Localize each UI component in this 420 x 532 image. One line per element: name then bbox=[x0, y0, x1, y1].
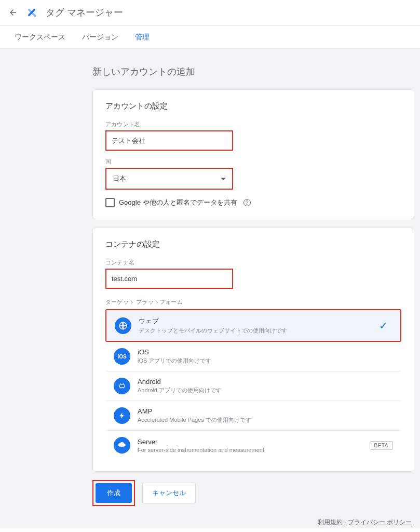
platform-name: Server bbox=[138, 438, 362, 446]
platform-amp[interactable]: AMP Accelerated Mobile Pages での使用向けです bbox=[105, 401, 401, 431]
terms-link[interactable]: 利用規約 bbox=[318, 518, 343, 526]
footer: 利用規約 · プライバシー ポリシー bbox=[318, 518, 412, 527]
app-title: タグ マネージャー bbox=[46, 6, 123, 19]
tab-version[interactable]: バージョン bbox=[82, 33, 118, 42]
svg-point-5 bbox=[123, 383, 123, 384]
tab-workspace[interactable]: ワークスペース bbox=[15, 33, 65, 42]
beta-badge: BETA bbox=[370, 441, 393, 450]
platform-ios[interactable]: iOS iOS iOS アプリでの使用向けです bbox=[105, 342, 401, 371]
page-title: 新しいアカウントの追加 bbox=[0, 63, 420, 89]
platform-name: ウェブ bbox=[139, 316, 372, 326]
create-button[interactable]: 作成 bbox=[96, 483, 132, 503]
platform-desc: iOS アプリでの使用向けです bbox=[138, 357, 393, 365]
help-icon[interactable]: ? bbox=[243, 199, 251, 206]
platform-android[interactable]: Android Android アプリでの使用向けです bbox=[105, 371, 401, 401]
platform-name: iOS bbox=[138, 348, 393, 356]
caret-down-icon bbox=[221, 178, 226, 180]
back-icon[interactable] bbox=[8, 8, 18, 17]
bolt-icon bbox=[114, 407, 130, 424]
nav-tabs: ワークスペース バージョン 管理 bbox=[0, 25, 420, 49]
platform-label: ターゲット プラットフォーム bbox=[105, 298, 401, 306]
country-value: 日本 bbox=[113, 174, 126, 183]
svg-point-2 bbox=[34, 15, 36, 17]
container-name-label: コンテナ名 bbox=[105, 259, 401, 267]
platform-name: AMP bbox=[138, 407, 393, 415]
account-name-label: アカウント名 bbox=[105, 121, 401, 128]
ios-icon: iOS bbox=[114, 348, 130, 365]
cloud-icon bbox=[114, 437, 130, 454]
cancel-button[interactable]: キャンセル bbox=[142, 483, 196, 503]
check-icon: ✓ bbox=[379, 320, 388, 332]
platform-desc: Android アプリでの使用向けです bbox=[138, 387, 393, 394]
country-select[interactable]: 日本 bbox=[106, 169, 232, 189]
platform-desc: デスクトップとモバイルのウェブサイトでの使用向けです bbox=[139, 327, 372, 335]
account-name-input[interactable] bbox=[106, 131, 232, 150]
container-settings-card: コンテナの設定 コンテナ名 ターゲット プラットフォーム ウェブ デスクトップと… bbox=[92, 228, 414, 472]
account-settings-card: アカウントの設定 アカウント名 国 日本 Google や他の人と匿名でデータを… bbox=[92, 89, 414, 219]
tab-admin[interactable]: 管理 bbox=[135, 33, 150, 42]
android-icon bbox=[114, 378, 130, 394]
platform-name: Android bbox=[138, 378, 393, 385]
platform-desc: Accelerated Mobile Pages での使用向けです bbox=[138, 416, 393, 424]
tag-manager-logo bbox=[26, 7, 37, 18]
share-anon-label: Google や他の人と匿名でデータを共有 bbox=[119, 198, 237, 207]
globe-icon bbox=[115, 317, 131, 334]
country-label: 国 bbox=[105, 158, 401, 166]
svg-point-4 bbox=[120, 383, 121, 384]
share-anon-checkbox[interactable] bbox=[105, 198, 115, 207]
platform-web[interactable]: ウェブ デスクトップとモバイルのウェブサイトでの使用向けです ✓ bbox=[106, 310, 400, 341]
platform-server[interactable]: Server For server-side instrumentation a… bbox=[105, 431, 401, 460]
container-section-title: コンテナの設定 bbox=[105, 240, 401, 249]
container-name-input[interactable] bbox=[106, 270, 232, 288]
privacy-link[interactable]: プライバシー ポリシー bbox=[348, 518, 412, 526]
platform-desc: For server-side instrumentation and meas… bbox=[138, 447, 362, 453]
account-section-title: アカウントの設定 bbox=[105, 101, 401, 111]
